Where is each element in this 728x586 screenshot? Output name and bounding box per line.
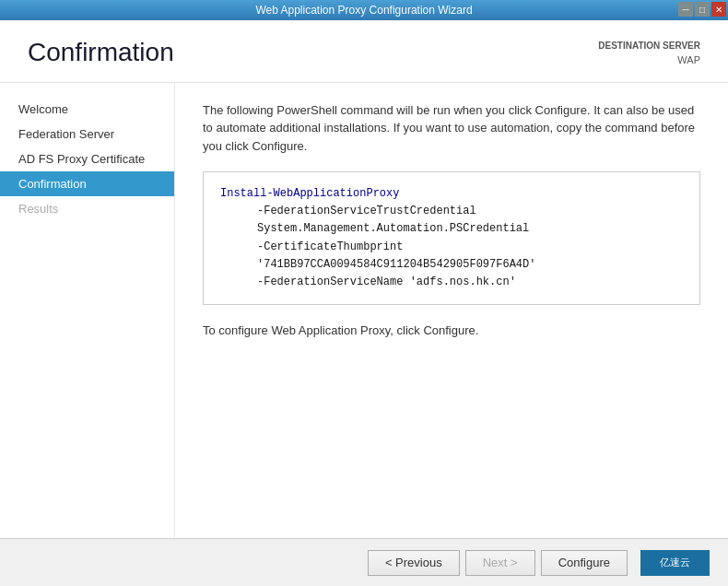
title-bar: Web Application Proxy Configuration Wiza…: [0, 0, 728, 20]
sidebar-item-results: Results: [0, 196, 174, 221]
title-bar-text: Web Application Proxy Configuration Wiza…: [255, 4, 472, 17]
command-param-3: -FederationServiceName 'adfs.nos.hk.cn': [220, 274, 683, 291]
header: Confirmation DESTINATION SERVER WAP: [0, 20, 728, 83]
sidebar-item-adfs-proxy-cert[interactable]: AD FS Proxy Certificate: [0, 146, 174, 171]
configure-button[interactable]: Configure: [541, 550, 628, 576]
description-text: The following PowerShell command will be…: [203, 101, 700, 156]
content-area: Welcome Federation Server AD FS Proxy Ce…: [0, 83, 728, 539]
command-box[interactable]: Install-WebApplicationProxy -FederationS…: [203, 171, 700, 305]
sidebar-item-federation-server[interactable]: Federation Server: [0, 122, 174, 146]
next-button[interactable]: Next >: [465, 550, 535, 576]
sidebar-item-welcome[interactable]: Welcome: [0, 97, 174, 122]
command-main: Install-WebApplicationProxy: [220, 187, 399, 200]
previous-button[interactable]: < Previous: [368, 550, 460, 576]
main-window: Confirmation DESTINATION SERVER WAP Welc…: [0, 20, 728, 586]
command-param-2: -CertificateThumbprint '741BB97CCA009458…: [220, 239, 683, 274]
sidebar: Welcome Federation Server AD FS Proxy Ce…: [0, 83, 175, 539]
destination-value: WAP: [598, 53, 700, 68]
destination-server-info: DESTINATION SERVER WAP: [598, 39, 700, 68]
main-content: The following PowerShell command will be…: [175, 83, 728, 539]
command-param-1: -FederationServiceTrustCredential System…: [220, 203, 683, 238]
close-button[interactable]: ✕: [711, 2, 726, 17]
page-title: Confirmation: [28, 39, 174, 67]
maximize-button[interactable]: □: [695, 2, 710, 17]
destination-label: DESTINATION SERVER: [598, 39, 700, 53]
configure-instruction: To configure Web Application Proxy, clic…: [203, 323, 700, 337]
footer: < Previous Next > Configure 亿速云: [0, 538, 728, 586]
sidebar-item-confirmation[interactable]: Confirmation: [0, 171, 174, 196]
minimize-button[interactable]: ─: [678, 2, 693, 17]
watermark: 亿速云: [640, 550, 710, 576]
window-controls[interactable]: ─ □ ✕: [678, 2, 726, 17]
